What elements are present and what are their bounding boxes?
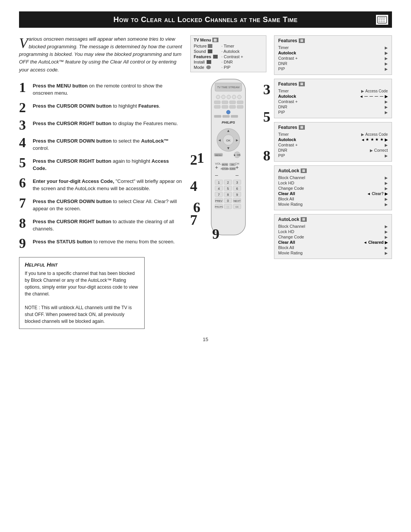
svg-text:–: – [215, 172, 218, 178]
menu3-contrast-arrow: ▶ [385, 143, 388, 147]
menu5-changecode-label: Change Code [278, 235, 304, 239]
menu4-clearall-right: ◄ Clear? ▶ [367, 192, 388, 196]
step-number-1: 1 [19, 81, 30, 94]
features-icon [213, 55, 218, 59]
menu4-movierating-label: Movie Rating [278, 202, 303, 206]
menu1-row-pip: PIP ▶ [278, 66, 388, 71]
svg-text:6: 6 [236, 187, 238, 191]
menu2-row-timer: Timer ▶ Access Code [278, 88, 388, 94]
step-9-rest: to remove the menu from the screen. [92, 239, 175, 245]
hint-para-2: NOTE : This will unblock ALL channels un… [25, 304, 139, 325]
svg-text:4: 4 [218, 187, 220, 191]
menu4-movierating-arrow: ▶ [385, 202, 388, 206]
menu5-block-channel: Block Channel ▶ [278, 224, 388, 229]
menu4-blockall-label: Block All [278, 197, 294, 201]
step-nums-left: 2 4 7 [190, 151, 198, 228]
menu3-row-autolock: Autolock ◄ ★ ★ ★ ★ ▶ [278, 137, 388, 142]
svg-text:8: 8 [227, 193, 229, 197]
svg-text:PHILIPS: PHILIPS [215, 206, 223, 208]
menu5-icon: ▤ [301, 217, 307, 222]
menu4-icon: ▤ [301, 168, 307, 173]
step-1: 1 Press the MENU button on the remote co… [19, 81, 183, 97]
features-label: Features [194, 54, 211, 59]
tv-menu-sound: Sound [194, 49, 218, 54]
svg-text:+: + [215, 164, 218, 170]
menu1-pip-label: PIP [278, 67, 285, 71]
install-label: Install [194, 60, 205, 64]
tv-menu-mode: Mode [194, 65, 218, 70]
step-num-9-area: 9 [212, 226, 220, 242]
install-icon [207, 60, 211, 64]
menu2-dash-indicator: — — — — [364, 94, 384, 98]
title-icon [376, 15, 388, 25]
svg-rect-4 [383, 19, 385, 20]
step-5: 5 Press the CURSOR RIGHT button again to… [19, 156, 183, 172]
step-num-5-display: 5 [263, 108, 271, 125]
step-3-bold: Press the CURSOR RIGHT button [33, 121, 112, 126]
menu4-change-code: Change Code ▶ [278, 186, 388, 191]
menu4-blockall-arrow: ▶ [385, 197, 388, 201]
menu5-change-code: Change Code ▶ [278, 234, 388, 240]
step-2-bold: Press the CURSOR DOWN button [33, 103, 112, 109]
menu3-autolock-arrowr: ▶ [385, 138, 388, 142]
menu1-pip-arrow: ▶ [385, 67, 388, 71]
page-number: 15 [19, 337, 392, 342]
menu2-dnr-arrow: ▶ [385, 105, 388, 109]
tv-menu-features: Features [194, 54, 218, 59]
menu1-row-dnr: DNR ▶ [278, 61, 388, 66]
remote-with-numbers: 3 5 8 TV TIME STREAM [193, 77, 264, 238]
menu1-timer-label: Timer [278, 45, 289, 50]
menu4-title-text: AutoLock [278, 168, 299, 173]
menu4-block-label: Block Channel [278, 175, 305, 180]
svg-text:OK: OK [226, 139, 231, 142]
menu-box-2: Features ▤ Timer ▶ Access Code Autolock … [274, 79, 392, 118]
step-number-6: 6 [19, 176, 30, 190]
menu1-title-text: Features [278, 38, 297, 43]
menu3-correct: Correct [374, 148, 388, 152]
step-num-1-display: 1 [197, 150, 204, 166]
tv-menu-picture: Picture [194, 43, 218, 49]
svg-rect-2 [379, 19, 380, 20]
menu4-lockhd-label: Lock HD [278, 181, 294, 185]
svg-rect-25 [214, 115, 221, 118]
picture-icon [208, 44, 212, 48]
svg-rect-19 [237, 101, 243, 104]
svg-text:► OK: ► OK [234, 154, 241, 156]
step-num-6-display: 6 [193, 199, 201, 215]
page-title: How to Clear all Locked Channels at the … [113, 15, 298, 24]
step-2-rest: to highlight [112, 103, 138, 109]
svg-rect-17 [222, 101, 228, 104]
menu3-dnr-label: DNR [278, 148, 287, 152]
remote-icon [377, 16, 387, 24]
sound-icon [208, 49, 212, 53]
menu1-row-contrast: Contrast + ▶ [278, 56, 388, 61]
tv-right-dnr: · DNR [221, 59, 243, 65]
step-number-8: 8 [19, 216, 30, 230]
step-num-3-display: 3 [263, 81, 271, 98]
step-content-6: Enter your four-digit Access Code, "Corr… [33, 176, 183, 192]
menu2-autolock-label: Autolock [278, 94, 296, 98]
menu4-block-all: Block All ▶ [278, 196, 388, 202]
hint-para-1: If you tune to a specific channel that h… [25, 270, 139, 297]
step-content-4: Press the CURSOR DOWN button to select t… [33, 136, 183, 152]
menu2-title: Features ▤ [278, 81, 388, 87]
menu5-lockhd-label: Lock HD [278, 229, 294, 234]
step-8-bold: Press the CURSOR RIGHT button [33, 219, 112, 224]
svg-text:MENU: MENU [215, 154, 222, 156]
menu2-timer-right: ▶ Access Code [361, 89, 388, 93]
menu3-title-text: Features [278, 125, 297, 130]
menu5-block-all: Block All ▶ [278, 245, 388, 250]
menu5-block-arrow: ▶ [385, 224, 388, 229]
intro-text: Various onscreen messages will appear wh… [19, 35, 183, 74]
menu-box-1: Features ▤ Timer ▶ Autolock ▶ Contrast +… [274, 35, 392, 75]
step-number-7: 7 [19, 196, 30, 210]
step-6-bold: Enter your four-digit Access Code, [33, 178, 114, 184]
tv-right-contrast: · Contrast + [221, 54, 243, 59]
menu5-clearall-right: ◄ Cleared ▶ [363, 240, 388, 245]
step-num-4-display: 4 [190, 178, 198, 194]
step-num-2-display: 2 [190, 151, 198, 168]
menu2-row-contrast: Contrast + ▶ [278, 99, 388, 104]
middle-column: TV Menu ▤ Picture Sound [190, 35, 266, 329]
menu1-dnr-arrow: ▶ [385, 62, 388, 66]
menu4-clear-query: Clear? [372, 192, 384, 196]
